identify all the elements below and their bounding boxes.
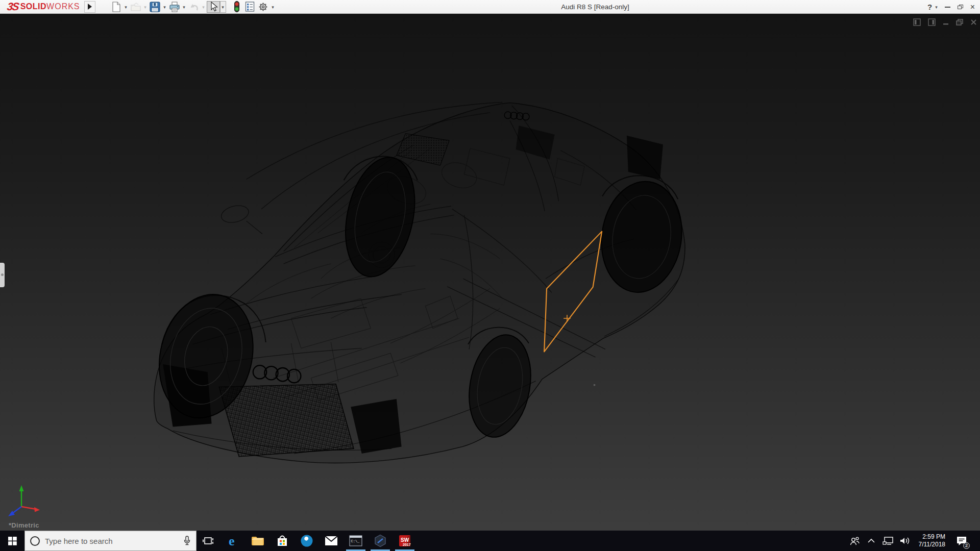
solidworks-window: 3S SOLID WORKS ▾ ▾ <box>0 0 980 551</box>
taskbar-apps: e <box>197 531 417 551</box>
undo-icon <box>188 2 200 12</box>
undo-button[interactable] <box>187 1 201 13</box>
search-input[interactable] <box>45 537 178 545</box>
action-center-button[interactable]: 2 <box>953 531 970 551</box>
x-axis-arrow <box>34 507 40 512</box>
windows-logo-icon <box>8 537 17 545</box>
new-dropdown-caret[interactable]: ▾ <box>123 1 129 13</box>
window-title: Audi R8 S [Read-only] <box>561 0 629 14</box>
titlebar: 3S SOLID WORKS ▾ ▾ <box>0 0 980 14</box>
new-document-button[interactable] <box>110 1 123 13</box>
file-properties-button[interactable] <box>243 1 257 13</box>
edge-button[interactable]: e <box>221 531 246 551</box>
rebuild-traffic-light-icon <box>234 1 240 12</box>
vertex-dot <box>594 384 596 386</box>
svg-text:2017: 2017 <box>403 543 411 546</box>
hexagon-app-icon <box>374 534 387 547</box>
restore-button[interactable] <box>958 5 963 9</box>
svg-text:C:\_: C:\_ <box>351 539 360 543</box>
people-icon[interactable] <box>848 536 861 545</box>
options-dropdown-caret[interactable]: ▾ <box>270 1 276 13</box>
save-icon <box>150 2 160 12</box>
task-view-button[interactable] <box>197 531 221 551</box>
close-button[interactable]: × <box>970 3 975 11</box>
help-button[interactable]: ? <box>927 3 932 11</box>
print-button[interactable] <box>168 1 181 13</box>
volume-icon[interactable] <box>899 536 911 545</box>
open-dropdown-caret[interactable]: ▾ <box>142 1 149 13</box>
window-controls: ? ▾ × <box>927 0 975 14</box>
hexagon-app-button[interactable] <box>368 531 393 551</box>
feature-pane-icon[interactable] <box>928 18 936 26</box>
solidworks-logo: 3S SOLID WORKS <box>0 0 84 13</box>
menu-flyout-button[interactable] <box>84 1 95 13</box>
system-tray: 2:59 PM 7/11/2018 2 <box>848 531 980 551</box>
file-properties-icon <box>245 2 255 12</box>
start-button[interactable] <box>0 531 24 551</box>
mail-icon <box>325 536 338 546</box>
dassault-3s-logo: 3S <box>6 1 19 13</box>
save-dropdown-caret[interactable]: ▾ <box>162 1 168 13</box>
doc-close-icon[interactable] <box>970 19 977 26</box>
command-prompt-button[interactable]: C:\_ <box>344 531 368 551</box>
microsoft-store-icon <box>276 534 289 547</box>
command-prompt-icon: C:\_ <box>349 535 362 546</box>
open-icon <box>130 2 141 12</box>
new-document-icon <box>111 2 121 12</box>
tray-overflow-chevron-icon[interactable] <box>865 538 877 543</box>
select-tool-button[interactable] <box>207 1 220 13</box>
doc-restore-icon[interactable] <box>956 19 963 26</box>
windows-taskbar: e <box>0 531 980 551</box>
orientation-triad <box>4 478 50 519</box>
taskbar-clock[interactable]: 2:59 PM 7/11/2018 <box>916 533 949 548</box>
view-orientation-label: *Dimetric <box>9 521 39 529</box>
panel-flyout-tab[interactable] <box>0 263 5 287</box>
quick-toolbar: ▾ ▾ ▾ <box>110 0 276 13</box>
clock-time: 2:59 PM <box>919 533 946 541</box>
solidworks-app-icon: SW 2017 <box>398 534 411 547</box>
options-button[interactable] <box>257 1 270 13</box>
options-gear-icon <box>258 2 268 12</box>
y-axis-arrow <box>19 485 24 491</box>
svg-text:SW: SW <box>401 537 409 543</box>
undo-dropdown-caret[interactable]: ▾ <box>201 1 207 13</box>
edge-icon: e <box>227 534 240 547</box>
solidworks-2017-button[interactable]: SW 2017 <box>393 531 417 551</box>
minimize-button[interactable] <box>945 7 950 8</box>
document-window-controls <box>913 18 977 26</box>
doc-minimize-icon[interactable] <box>943 19 949 26</box>
settings-wrench-button[interactable] <box>295 531 319 551</box>
open-button[interactable] <box>129 1 142 13</box>
print-icon <box>169 2 180 12</box>
display-pane-icon[interactable] <box>913 18 921 26</box>
help-dropdown-caret[interactable]: ▾ <box>935 5 938 10</box>
print-dropdown-caret[interactable]: ▾ <box>181 1 187 13</box>
mail-button[interactable] <box>319 531 344 551</box>
save-button[interactable] <box>149 1 162 13</box>
cortana-icon[interactable] <box>30 536 40 546</box>
taskbar-search[interactable] <box>24 531 197 551</box>
select-dropdown-caret[interactable]: ▾ <box>220 1 226 13</box>
file-explorer-icon <box>251 535 264 546</box>
microphone-icon[interactable] <box>183 536 191 546</box>
task-view-icon <box>203 535 215 547</box>
select-cursor-icon <box>209 2 218 12</box>
wrench-circle-icon <box>300 534 313 547</box>
flyout-arrow-icon <box>88 4 92 10</box>
notification-badge: 2 <box>963 542 970 549</box>
clock-date: 7/11/2018 <box>919 541 946 548</box>
rebuild-button[interactable] <box>230 1 243 13</box>
network-icon[interactable] <box>882 536 894 545</box>
car-wireframe-model[interactable] <box>0 14 980 531</box>
file-explorer-button[interactable] <box>246 531 270 551</box>
svg-text:e: e <box>229 534 235 547</box>
graphics-viewport[interactable]: *Dimetric <box>0 14 980 531</box>
microsoft-store-button[interactable] <box>270 531 295 551</box>
